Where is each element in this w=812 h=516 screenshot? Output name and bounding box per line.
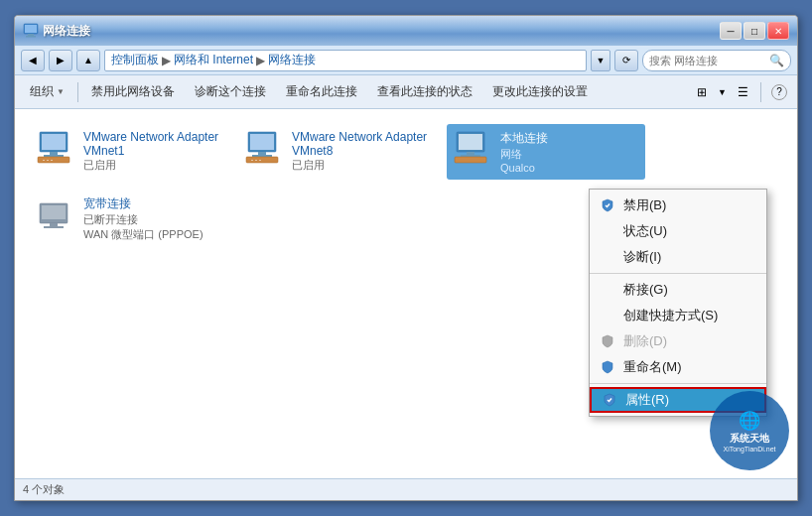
- watermark: 🌐 系统天地 XiTongTianDi.net: [710, 391, 789, 470]
- window-title: 网络连接: [43, 23, 90, 40]
- title-buttons: ─ □ ✕: [720, 22, 789, 40]
- context-status-label: 状态(U): [623, 222, 667, 240]
- address-path[interactable]: 控制面板 ▶ 网络和 Internet ▶ 网络连接: [104, 50, 587, 71]
- net-item-info-3: 本地连接 网络 Qualco: [500, 130, 548, 174]
- status-bar: 4 个对象: [15, 478, 797, 500]
- context-bridge-label: 桥接(G): [623, 281, 668, 299]
- context-menu-item-bridge[interactable]: 桥接(G): [590, 277, 766, 303]
- net-item-status-1: 已启用: [83, 158, 218, 173]
- shortcut-icon-placeholder: [600, 308, 615, 323]
- path-dropdown-button[interactable]: ▼: [591, 50, 610, 71]
- status-text: 4 个对象: [23, 482, 65, 497]
- view-toggle-button[interactable]: ⊞: [690, 80, 714, 104]
- up-icon: ▲: [83, 55, 93, 65]
- path-network-internet[interactable]: 网络和 Internet: [174, 52, 253, 68]
- network-adapter-icon-2: [244, 130, 284, 165]
- net-item-name2-1: VMnet1: [83, 144, 218, 158]
- context-menu-item-shortcut[interactable]: 创建快捷方式(S): [590, 303, 766, 328]
- status-icon-placeholder: [600, 223, 615, 239]
- context-menu-item-delete[interactable]: 删除(D): [590, 328, 766, 354]
- forward-icon: ▶: [57, 55, 65, 65]
- view-status-button[interactable]: 查看此连接的状态: [368, 79, 481, 105]
- context-menu-item-disable[interactable]: 禁用(B): [590, 193, 766, 218]
- toolbar-separator-2: [760, 82, 761, 102]
- address-bar: ◀ ▶ ▲ 控制面板 ▶ 网络和 Internet ▶ 网络连接 ▼ ⟳ 🔍: [15, 46, 797, 75]
- path-network-connections[interactable]: 网络连接: [268, 52, 316, 68]
- network-adapter-icon-1: [36, 130, 75, 165]
- list-item[interactable]: 宽带连接 已断开连接 WAN 微型端口 (PPPOE): [30, 190, 228, 248]
- up-button[interactable]: ▲: [76, 50, 100, 71]
- context-delete-label: 删除(D): [623, 332, 667, 350]
- svg-rect-8: [38, 157, 69, 163]
- net-item-info-4: 宽带连接 已断开连接 WAN 微型端口 (PPPOE): [83, 195, 203, 242]
- shield-icon-disable: [600, 197, 615, 213]
- svg-rect-1: [25, 25, 37, 33]
- context-menu-item-rename[interactable]: 重命名(M): [590, 354, 766, 380]
- list-item[interactable]: 本地连接 网络 Qualco: [447, 124, 645, 180]
- net-item-status-4: 已断开连接: [83, 212, 203, 227]
- svg-rect-21: [459, 134, 482, 150]
- bridge-icon-placeholder: [600, 282, 615, 298]
- refresh-icon: ⟳: [622, 55, 630, 65]
- shield-icon-rename: [600, 359, 615, 375]
- main-window: 网络连接 ─ □ ✕ ◀ ▶ ▲ 控制面板 ▶ 网络和 Internet ▶ 网…: [14, 15, 798, 501]
- details-view-button[interactable]: ☰: [731, 80, 754, 104]
- list-view-icon: ☰: [738, 85, 748, 99]
- svg-rect-2: [28, 34, 34, 36]
- watermark-en: XiTongTianDi.net: [723, 446, 775, 452]
- search-icon: 🔍: [769, 54, 784, 67]
- svg-rect-5: [42, 134, 66, 150]
- shield-icon-properties: [602, 392, 617, 408]
- view-dropdown-arrow[interactable]: ▼: [718, 87, 727, 97]
- search-box[interactable]: 🔍: [642, 50, 791, 71]
- rename-connection-button[interactable]: 重命名此连接: [277, 79, 366, 105]
- list-item[interactable]: VMware Network Adapter VMnet8 已启用: [238, 124, 437, 180]
- list-item[interactable]: VMware Network Adapter VMnet1 已启用: [30, 124, 228, 180]
- net-item-status-3: 网络: [500, 147, 548, 162]
- svg-rect-22: [467, 152, 474, 155]
- context-menu-item-status[interactable]: 状态(U): [590, 218, 766, 244]
- svg-rect-6: [50, 152, 58, 155]
- ctx-sep-2: [590, 383, 766, 384]
- organize-button[interactable]: 组织 ▼: [21, 79, 73, 105]
- net-item-name1-1: VMware Network Adapter: [83, 130, 218, 144]
- diagnose-connection-button[interactable]: 诊断这个连接: [186, 79, 275, 105]
- back-button[interactable]: ◀: [21, 50, 45, 71]
- context-menu-item-diagnose[interactable]: 诊断(I): [590, 244, 766, 270]
- context-diagnose-label: 诊断(I): [623, 248, 661, 266]
- svg-rect-7: [44, 155, 64, 157]
- toolbar: 组织 ▼ 禁用此网络设备 诊断这个连接 重命名此连接 查看此连接的状态 更改此连…: [15, 75, 797, 109]
- search-input[interactable]: [649, 55, 765, 66]
- path-control-panel[interactable]: 控制面板: [111, 52, 159, 68]
- change-settings-button[interactable]: 更改此连接的设置: [483, 79, 597, 105]
- diagnose-icon-placeholder: [600, 249, 615, 265]
- svg-rect-3: [26, 36, 36, 38]
- svg-rect-13: [250, 134, 274, 150]
- content-area: VMware Network Adapter VMnet1 已启用: [15, 109, 797, 478]
- close-button[interactable]: ✕: [767, 22, 789, 40]
- refresh-button[interactable]: ⟳: [614, 50, 638, 71]
- net-item-name1-3: 本地连接: [500, 130, 548, 147]
- context-disable-label: 禁用(B): [623, 196, 666, 214]
- back-icon: ◀: [29, 55, 37, 65]
- help-icon: ?: [771, 84, 787, 100]
- forward-button[interactable]: ▶: [49, 50, 72, 71]
- shield-icon-delete: [600, 333, 615, 349]
- svg-rect-26: [42, 205, 66, 219]
- maximize-button[interactable]: □: [744, 22, 765, 40]
- net-item-info-2: VMware Network Adapter VMnet8 已启用: [292, 130, 427, 173]
- window-icon: [23, 23, 39, 39]
- title-bar-left: 网络连接: [23, 23, 90, 40]
- net-item-info-1: VMware Network Adapter VMnet1 已启用: [83, 130, 218, 173]
- context-properties-label: 属性(R): [625, 391, 669, 409]
- organize-arrow: ▼: [57, 87, 65, 96]
- path-sep-1: ▶: [162, 54, 171, 67]
- net-item-type-3: Qualco: [500, 162, 548, 174]
- svg-rect-14: [258, 152, 266, 155]
- toolbar-separator-1: [77, 82, 78, 102]
- disable-network-button[interactable]: 禁用此网络设备: [82, 79, 184, 105]
- minimize-button[interactable]: ─: [720, 22, 742, 40]
- path-sep-2: ▶: [256, 54, 265, 67]
- title-bar: 网络连接 ─ □ ✕: [15, 16, 797, 46]
- help-button[interactable]: ?: [767, 80, 791, 104]
